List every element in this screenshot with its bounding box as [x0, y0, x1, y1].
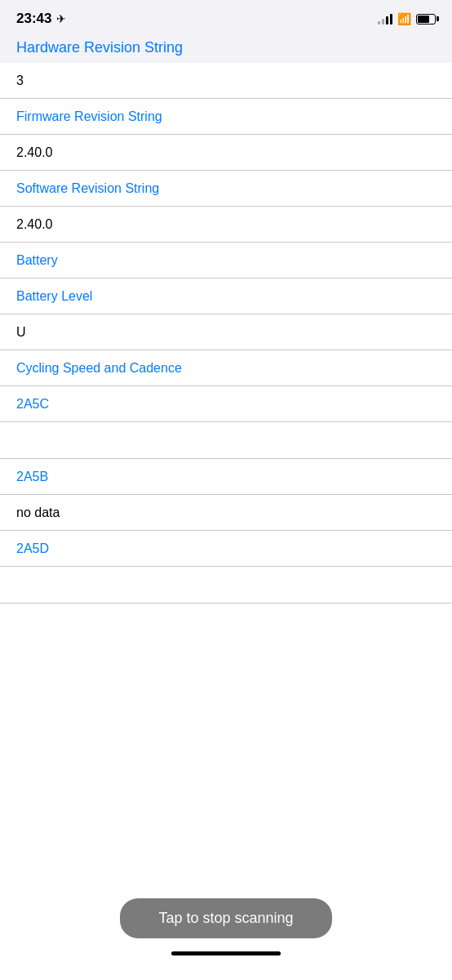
firmware-revision-value: 2.40.0: [16, 145, 52, 160]
2a5c-label-row: 2A5C: [0, 386, 452, 422]
header-area: Hardware Revision String: [0, 36, 452, 63]
status-bar-right: 📶: [378, 12, 436, 25]
battery-level-label: Battery Level: [16, 289, 92, 304]
software-revision-label-row: Software Revision String: [0, 171, 452, 207]
firmware-revision-label-row: Firmware Revision String: [0, 99, 452, 135]
status-bar-left: 23:43 ✈︎: [16, 11, 66, 27]
hardware-revision-value-row: 3: [0, 63, 452, 99]
page-title: Hardware Revision String: [16, 39, 183, 56]
cycling-speed-cadence-label: Cycling Speed and Cadence: [16, 361, 182, 376]
stop-scanning-button[interactable]: Tap to stop scanning: [120, 898, 332, 938]
software-revision-value-row: 2.40.0: [0, 207, 452, 243]
status-bar: 23:43 ✈︎ 📶: [0, 0, 452, 36]
battery-label: Battery: [16, 253, 58, 268]
2a5c-value: [16, 432, 20, 448]
list-container: 3 Firmware Revision String 2.40.0 Softwa…: [0, 63, 452, 702]
no-data-value-row: no data: [0, 495, 452, 531]
software-revision-label: Software Revision String: [16, 181, 159, 196]
2a5b-label: 2A5B: [16, 470, 48, 484]
location-icon: ✈︎: [56, 12, 66, 25]
battery-fill: [418, 16, 429, 23]
battery-body: [416, 14, 436, 24]
firmware-revision-value-row: 2.40.0: [0, 135, 452, 171]
2a5c-label: 2A5C: [16, 397, 49, 412]
battery-label-row: Battery: [0, 243, 452, 278]
signal-bars: [378, 13, 392, 24]
battery-level-value: U: [16, 325, 26, 340]
battery-level-value-row: U: [0, 314, 452, 350]
2a5d-label-row: 2A5D: [0, 531, 452, 567]
signal-bar-4: [390, 14, 392, 24]
software-revision-value: 2.40.0: [16, 217, 52, 232]
content-spacer: [0, 604, 452, 702]
signal-bar-3: [386, 16, 388, 24]
battery-icon: [416, 14, 436, 24]
no-data-value: no data: [16, 506, 60, 520]
home-indicator: [171, 951, 281, 956]
2a5b-label-row: 2A5B: [0, 459, 452, 495]
signal-bar-2: [382, 19, 384, 24]
2a5d-label: 2A5D: [16, 541, 49, 556]
firmware-revision-label: Firmware Revision String: [16, 109, 162, 124]
2a5c-value-row: [0, 422, 452, 459]
signal-bar-1: [378, 21, 380, 24]
hardware-revision-value: 3: [16, 74, 24, 88]
wifi-icon: 📶: [397, 12, 411, 25]
battery-level-label-row: Battery Level: [0, 278, 452, 314]
cycling-speed-cadence-label-row: Cycling Speed and Cadence: [0, 350, 452, 386]
bottom-area: Tap to stop scanning: [0, 882, 452, 980]
status-time: 23:43: [16, 11, 51, 27]
2a5d-value: [16, 577, 20, 593]
2a5d-value-row: [0, 567, 452, 604]
